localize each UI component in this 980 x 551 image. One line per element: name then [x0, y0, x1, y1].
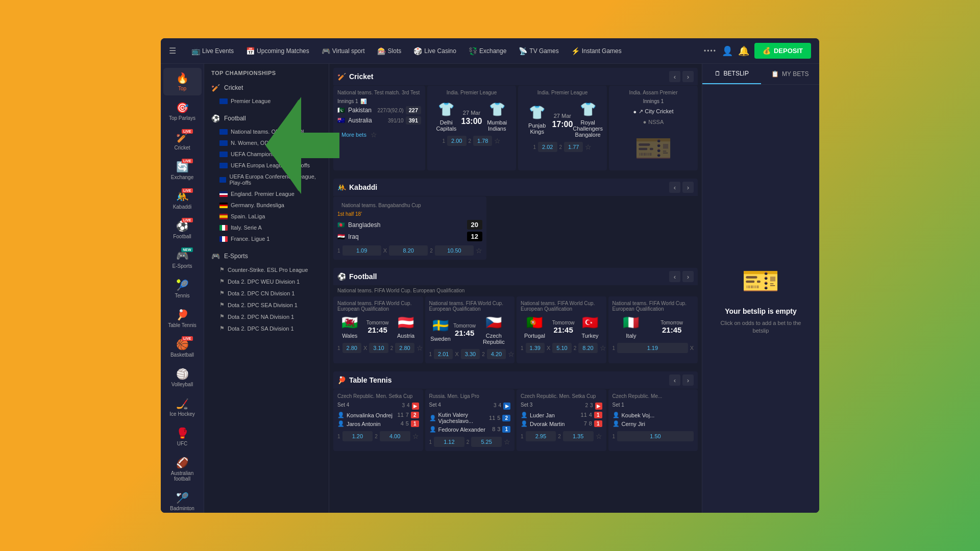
sidebar-item-esports[interactable]: 🎮 NEW E-Sports	[163, 245, 202, 273]
sidebar-item-tennis[interactable]: 🎾 Tennis	[163, 275, 202, 303]
italy-time: Tomorrow 21:45	[660, 320, 683, 334]
sidebar-item-top-parlays[interactable]: 🎯 Top Parlays	[163, 97, 202, 125]
odds-tt1-2-btn[interactable]: 4.00	[380, 431, 410, 441]
sidebar-item-ice-hockey[interactable]: 🏒 Ice Hockey	[163, 393, 202, 421]
odds-punjab-btn[interactable]: 2.02	[538, 142, 557, 152]
italy-serie-a[interactable]: Italy. Serie A	[208, 222, 329, 233]
odds-austria-btn[interactable]: 2.80	[395, 343, 414, 353]
cricket-prev-btn[interactable]: ‹	[669, 71, 680, 82]
nav-instant-games[interactable]: ⚡Instant Games	[566, 44, 627, 58]
odds-sweden-btn[interactable]: 2.01	[434, 349, 453, 359]
cs-esl-pro[interactable]: ⚑ Counter-Strike. ESL Pro League	[208, 264, 329, 276]
dota2-sa[interactable]: ⚑ Dota 2. DPC SA Division 1	[208, 322, 329, 334]
nav-live-casino[interactable]: 🎲Live Casino	[408, 44, 461, 58]
sidebar-item-aus-football[interactable]: 🏈 Australian football	[163, 453, 202, 486]
turkey-flag-icon: 🇹🇷	[582, 315, 598, 331]
odds-sweden-x-btn[interactable]: 3.30	[461, 349, 480, 359]
odds-rcb-btn[interactable]: 1.77	[564, 142, 583, 152]
kabaddi-prev-btn[interactable]: ‹	[669, 182, 680, 193]
spain-laliga[interactable]: Spain. LaLiga	[208, 211, 329, 222]
cricket-star-btn[interactable]: ☆	[371, 129, 377, 141]
tt1-star-btn[interactable]: ☆	[412, 432, 419, 440]
user-icon[interactable]: 👤	[722, 45, 733, 57]
sidebar-item-kabaddi[interactable]: 🤼 LIVE Kabaddi	[163, 186, 202, 214]
odds-czech-btn[interactable]: 4.20	[487, 349, 506, 359]
kabaddi-match-card: National teams. Bangabandhu Cup 1st half…	[333, 196, 486, 260]
assam-innings: Innings 1	[643, 98, 664, 104]
nav-upcoming-matches[interactable]: 📅Upcoming Matches	[241, 44, 314, 58]
tt-next-btn[interactable]: ›	[682, 374, 694, 386]
sidebar-item-badminton[interactable]: 🏸 Badminton	[163, 488, 202, 513]
odds-tt2-1-btn[interactable]: 1.12	[434, 437, 464, 447]
nav-tv-games[interactable]: 📡TV Games	[513, 44, 564, 58]
austria-flag-icon: 🇦🇹	[398, 315, 414, 331]
odds-tt1-1-btn[interactable]: 1.20	[342, 431, 373, 441]
nav-live-events[interactable]: 📺Live Events	[186, 44, 239, 58]
odds-portugal-btn[interactable]: 1.39	[526, 343, 545, 353]
odds-tt3-2-btn[interactable]: 1.35	[563, 431, 594, 441]
odds-kabx-btn[interactable]: 8.20	[389, 245, 428, 256]
odds-turkey-btn[interactable]: 8.20	[578, 343, 597, 353]
tt3-star-btn[interactable]: ☆	[596, 432, 602, 440]
wales-star-btn[interactable]: ☆	[416, 344, 423, 352]
odds-wales-btn[interactable]: 2.80	[342, 343, 361, 353]
odds-delhi-btn[interactable]: 2.00	[447, 136, 466, 146]
sidebar-item-football[interactable]: ⚽ LIVE Football	[163, 216, 202, 243]
betslip-empty-text: Click on odds to add a bet to the betsli…	[713, 319, 809, 335]
punjab-star-btn[interactable]: ☆	[585, 143, 592, 151]
odds-mumbai-btn[interactable]: 1.78	[473, 136, 492, 146]
nav-exchange[interactable]: 💱Exchange	[463, 44, 511, 58]
sidebar-item-volleyball[interactable]: 🏐 Volleyball	[163, 364, 202, 391]
odds-tt2-2-btn[interactable]: 5.25	[471, 437, 502, 447]
odds-kab2-btn[interactable]: 10.50	[435, 245, 474, 256]
left-panel-title: TOP CHAMPIONSHIPS	[204, 64, 329, 80]
d3-icon: ⚑	[219, 302, 225, 308]
cricket-next-btn[interactable]: ›	[682, 71, 694, 82]
portugal-team: 🇵🇹 Portugal	[524, 315, 545, 339]
dota2-na[interactable]: ⚑ Dota 2. DPC NA Division 1	[208, 311, 329, 322]
sidebar-item-top[interactable]: 🔥 Top	[163, 68, 202, 95]
odds-italy-btn[interactable]: 1.19	[617, 343, 688, 353]
my-bets-tab[interactable]: 📋 MY BETS	[761, 64, 820, 84]
sidebar-item-exchange[interactable]: 🔄 LIVE Exchange	[163, 157, 202, 184]
czech-flag-icon: 🇨🇿	[485, 315, 502, 331]
football-next-btn[interactable]: ›	[682, 271, 694, 282]
nav-virtual-sport[interactable]: 🎮Virtual sport	[316, 44, 370, 58]
tt2-star-btn[interactable]: ☆	[504, 438, 510, 446]
menu-icon[interactable]: ☰	[169, 46, 176, 56]
odds-tt3-1-btn[interactable]: 2.95	[526, 431, 556, 441]
odds-tt4-1-btn[interactable]: 1.50	[617, 431, 694, 441]
czech-name: Czech Republic	[478, 333, 509, 345]
sidebar-item-basketball[interactable]: 🏀 LIVE Basketball	[163, 334, 202, 362]
odds-wales-x-btn[interactable]: 3.10	[369, 343, 388, 353]
betslip-tab[interactable]: 🗒 BETSLIP	[702, 64, 761, 84]
dota2-sea[interactable]: ⚑ Dota 2. DPC SEA Division 1	[208, 299, 329, 311]
deposit-button[interactable]: 💰 DEPOSIT	[754, 43, 811, 59]
dota2-cn[interactable]: ⚑ Dota 2. DPC CN Division 1	[208, 287, 329, 299]
esports-menu-item[interactable]: 🎮 E-Sports	[204, 248, 329, 264]
nav-slots[interactable]: 🎰Slots	[372, 44, 407, 58]
delhi-star-btn[interactable]: ☆	[494, 137, 501, 145]
france-ligue1[interactable]: France. Ligue 1	[208, 233, 329, 244]
portugal-star-btn[interactable]: ☆	[600, 344, 606, 352]
tt-set4: Set 1	[612, 402, 624, 408]
tt4-p2-name: Cerny Jiri	[622, 421, 645, 427]
basketball-live-badge: LIVE	[182, 336, 193, 341]
tt-prev-btn[interactable]: ‹	[669, 374, 680, 386]
odds-kab1-btn[interactable]: 1.09	[342, 245, 381, 256]
kabaddi-next-btn[interactable]: ›	[682, 182, 694, 193]
portugal-name: Portugal	[524, 333, 545, 339]
odds-portugal-x-btn[interactable]: 5.10	[552, 343, 571, 353]
tt2-p2-name: Fedorov Alexander	[438, 427, 485, 433]
kabaddi-star-btn[interactable]: ☆	[476, 246, 482, 255]
wales-team: 🏴󠁧󠁢󠁷󠁬󠁳󠁿 Wales	[341, 315, 358, 339]
header: ☰ 📺Live Events 📅Upcoming Matches 🎮Virtua…	[161, 38, 819, 64]
bell-icon[interactable]: 🔔	[738, 45, 749, 57]
football-prev-btn[interactable]: ‹	[669, 271, 680, 282]
wales-name: Wales	[342, 333, 357, 339]
sweden-star-btn[interactable]: ☆	[508, 350, 514, 358]
sidebar-item-table-tennis[interactable]: 🏓 Table Tennis	[163, 305, 202, 332]
dota2-weu[interactable]: ⚑ Dota 2. DPC WEU Division 1	[208, 276, 329, 287]
sidebar-item-ufc[interactable]: 🥊 UFC	[163, 423, 202, 450]
sidebar-item-cricket[interactable]: 🏏 LIVE Cricket	[163, 127, 202, 155]
